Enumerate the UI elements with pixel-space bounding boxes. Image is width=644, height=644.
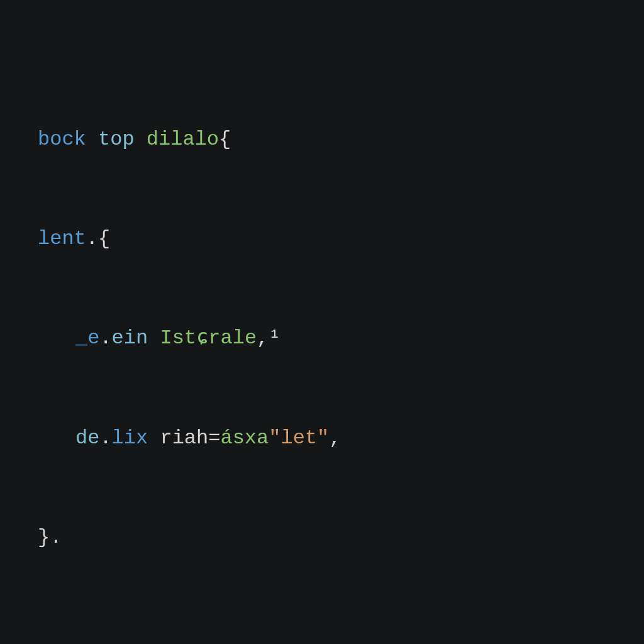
brace-open: { bbox=[219, 128, 231, 151]
identifier-de: de bbox=[75, 426, 99, 450]
comma: ,¹ bbox=[257, 326, 280, 350]
identifier-asxa: ásxa bbox=[220, 426, 269, 450]
keyword-top: top bbox=[98, 128, 147, 151]
code-line-5: }. bbox=[38, 521, 606, 555]
identifier-e: _e bbox=[75, 326, 99, 350]
string-let: "let" bbox=[269, 426, 329, 450]
dot-brace: .{ bbox=[86, 227, 110, 250]
dot: . bbox=[99, 426, 111, 450]
blank-line bbox=[38, 621, 606, 644]
code-line-3: _e.ein Istɕrale,¹ bbox=[38, 322, 606, 355]
code-line-2: lent.{ bbox=[38, 223, 606, 256]
identifier-lix: lix bbox=[112, 426, 160, 450]
identifier-istarale: Istɕrale bbox=[160, 326, 257, 350]
equals: = bbox=[208, 426, 220, 450]
code-line-4: de.lix riah=ásxa"let", bbox=[38, 422, 606, 455]
code-line-1: bock top dilalo{ bbox=[38, 123, 606, 157]
identifier-lent: lent bbox=[38, 227, 86, 250]
dot: . bbox=[99, 326, 111, 350]
code-editor[interactable]: bock top dilalo{ lent.{ _e.ein Istɕrale,… bbox=[38, 57, 606, 644]
comma: , bbox=[329, 426, 341, 450]
brace-close-dot: }. bbox=[38, 526, 62, 549]
identifier-dilalo: dilalo bbox=[147, 128, 219, 151]
identifier-ein: ein bbox=[112, 326, 160, 350]
identifier-riah: riah bbox=[160, 426, 208, 450]
keyword-bock: bock bbox=[38, 128, 98, 151]
